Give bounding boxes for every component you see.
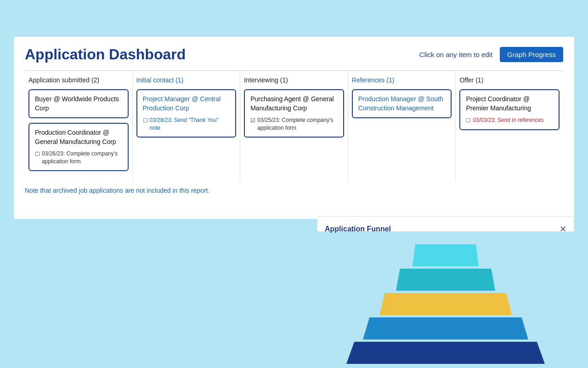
task-text: 03/25/23: Complete company's application… (257, 116, 338, 132)
card-title: Production Coordinator @ General Manufac… (35, 128, 122, 146)
header-right: Click on any item to edit Graph Progress (419, 47, 563, 62)
note-text: Note that archived job applications are … (25, 187, 563, 194)
column-references: References (1)Production Manager @ South… (348, 71, 456, 181)
funnel-layer-3 (363, 317, 528, 339)
funnel-title: Application Funnel (325, 225, 391, 233)
task-checkbox-icon: ☑ (250, 117, 255, 125)
task-checkbox-icon: ☐ (143, 117, 148, 125)
task-checkbox-icon: ☐ (466, 117, 471, 125)
page-title: Application Dashboard (25, 46, 186, 63)
funnel-layer-2 (379, 293, 512, 315)
column-header-offer: Offer (1) (459, 76, 560, 84)
card-offer-0[interactable]: Project Coordinator @ Premier Manufactur… (459, 89, 560, 130)
funnel-layer-1 (396, 269, 495, 291)
column-offer: Offer (1)Project Coordinator @ Premier M… (456, 71, 563, 181)
card-task: ☑03/25/23: Complete company's applicatio… (250, 116, 338, 132)
card-interviewing-0[interactable]: Purchasing Agent @ General Manufacturing… (244, 89, 344, 138)
card-app-submitted-1[interactable]: Production Coordinator @ General Manufac… (28, 123, 129, 171)
card-app-submitted-0[interactable]: Buyer @ Worldwide Products Corp (28, 89, 129, 118)
card-task: ☐03/28/23: Send "Thank You" note (143, 116, 230, 132)
funnel-layer-4 (346, 342, 545, 364)
task-text: 03/03/23: Send in references (473, 116, 543, 124)
card-initial-contact-0[interactable]: Project Manager @ Central Production Cor… (136, 89, 237, 138)
funnel-layer-0 (413, 244, 479, 266)
column-header-app-submitted: Application submitted (2) (28, 76, 129, 84)
funnel-close-button[interactable]: ✕ (560, 224, 566, 234)
task-checkbox-icon: ☐ (35, 150, 40, 158)
card-title: Production Manager @ South Construction … (358, 95, 446, 113)
card-title: Purchasing Agent @ General Manufacturing… (250, 95, 338, 113)
card-title: Project Coordinator @ Premier Manufactur… (466, 95, 553, 113)
click-hint: Click on any item to edit (419, 51, 492, 58)
card-task: ☐03/26/23: Complete company's applicatio… (35, 150, 122, 166)
task-text: 03/28/23: Send "Thank You" note (150, 116, 230, 132)
task-text: 03/26/23: Complete company's application… (42, 150, 122, 166)
column-header-interviewing: Interviewing (1) (244, 76, 344, 84)
column-header-initial-contact: Initial contact (1) (136, 76, 237, 84)
main-container: Application Dashboard Click on any item … (14, 37, 574, 219)
column-initial-contact: Initial contact (1)Project Manager @ Cen… (133, 71, 241, 181)
card-title: Buyer @ Worldwide Products Corp (35, 95, 122, 113)
card-task: ☐03/03/23: Send in references (466, 116, 553, 125)
header: Application Dashboard Click on any item … (25, 46, 563, 63)
funnel-header: Application Funnel ✕ (325, 224, 566, 234)
graph-progress-button[interactable]: Graph Progress (500, 47, 563, 62)
column-app-submitted: Application submitted (2)Buyer @ Worldwi… (25, 71, 133, 181)
card-title: Project Manager @ Central Production Cor… (143, 95, 230, 113)
columns-container: Application submitted (2)Buyer @ Worldwi… (25, 70, 563, 181)
column-header-references: References (1) (352, 76, 452, 84)
card-references-0[interactable]: Production Manager @ South Construction … (352, 89, 452, 118)
column-interviewing: Interviewing (1)Purchasing Agent @ Gener… (240, 71, 348, 181)
funnel-chart (325, 240, 566, 365)
funnel-panel: Application Funnel ✕ Application submitt… (317, 216, 574, 232)
